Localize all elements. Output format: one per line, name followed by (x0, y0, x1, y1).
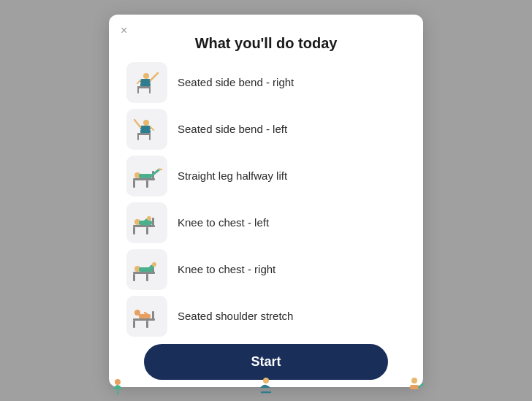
svg-rect-33 (133, 274, 135, 281)
svg-rect-2 (149, 86, 151, 93)
svg-line-7 (137, 80, 140, 83)
svg-rect-34 (146, 274, 148, 281)
list-item: Seated side bend - left (126, 109, 406, 150)
exercise-icon-3 (126, 202, 167, 243)
svg-rect-24 (133, 225, 155, 227)
svg-rect-18 (133, 180, 135, 188)
modal-title: What you'll do today (109, 15, 423, 62)
exercise-label-5: Seated shoulder stretch (178, 310, 293, 322)
svg-point-3 (143, 73, 149, 79)
svg-point-37 (152, 262, 156, 267)
svg-rect-19 (146, 180, 148, 188)
list-item: Seated shoulder stretch (126, 296, 406, 337)
bottom-icons-bar (0, 372, 532, 401)
svg-line-15 (151, 127, 153, 130)
svg-rect-40 (133, 321, 135, 328)
svg-rect-13 (140, 130, 151, 133)
svg-rect-26 (133, 227, 135, 234)
exercise-label-1: Seated side bend - left (178, 123, 287, 135)
exercise-list[interactable]: Seated side bend - right (109, 62, 423, 387)
exercise-icon-4 (126, 249, 167, 290)
svg-rect-41 (146, 321, 148, 328)
svg-rect-0 (137, 86, 151, 88)
svg-point-54 (115, 379, 121, 385)
exercise-icon-0 (126, 62, 167, 103)
exercise-icon-2 (126, 156, 167, 196)
svg-rect-16 (133, 178, 155, 180)
close-button[interactable]: × (121, 25, 127, 37)
svg-point-58 (411, 378, 417, 383)
svg-rect-38 (133, 318, 155, 321)
svg-rect-4 (140, 79, 151, 83)
list-item: Straight leg halfway lift (126, 156, 406, 196)
bottom-icon-1 (251, 372, 281, 401)
bottom-icon-2 (400, 372, 429, 401)
svg-line-60 (419, 384, 423, 387)
svg-rect-27 (146, 227, 148, 234)
svg-point-56 (263, 378, 269, 383)
svg-rect-9 (137, 133, 139, 140)
svg-point-11 (143, 120, 149, 126)
svg-rect-8 (137, 133, 151, 135)
svg-rect-5 (140, 83, 151, 86)
svg-rect-59 (410, 385, 419, 389)
list-item: Knee to chest - left (126, 202, 406, 243)
exercise-label-3: Knee to chest - left (178, 216, 269, 229)
modal-dialog: × What you'll do today (109, 15, 423, 387)
svg-rect-31 (133, 272, 155, 274)
svg-rect-10 (149, 133, 151, 140)
svg-rect-39 (152, 311, 154, 321)
svg-line-14 (134, 120, 140, 127)
exercise-label-0: Seated side bend - right (178, 76, 294, 88)
svg-rect-12 (140, 126, 151, 130)
exercise-icon-1 (126, 109, 167, 150)
list-item: Seated side bend - right (126, 62, 406, 103)
exercise-label-2: Straight leg halfway lift (178, 169, 287, 182)
exercise-label-4: Knee to chest - right (178, 263, 276, 275)
svg-point-30 (147, 216, 151, 221)
modal-overlay: × What you'll do today (0, 0, 532, 401)
svg-rect-1 (137, 86, 139, 93)
list-item: Knee to chest - right (126, 249, 406, 290)
exercise-icon-5 (126, 296, 167, 337)
svg-rect-21 (139, 174, 152, 178)
svg-rect-25 (152, 218, 154, 227)
svg-line-6 (151, 73, 158, 80)
bottom-icon-0 (103, 372, 132, 401)
